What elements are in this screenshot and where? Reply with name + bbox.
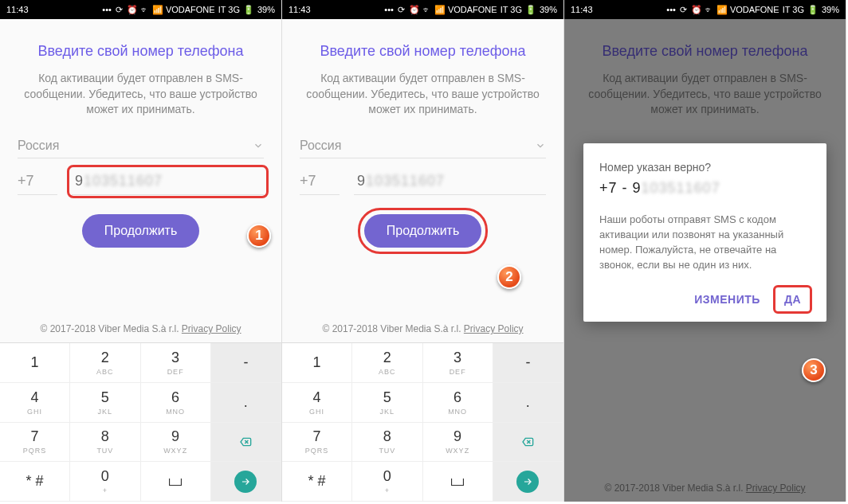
sync-icon: ⟳	[679, 5, 689, 14]
status-time: 11:43	[6, 5, 29, 14]
step-badge-3: 3	[802, 358, 826, 382]
keypad-key-⌴[interactable]: ⌴	[141, 462, 211, 502]
keypad-key--[interactable]: -	[211, 343, 281, 383]
status-network: IT 3G	[783, 5, 804, 14]
phone-number-input[interactable]: 9103511607	[354, 168, 546, 195]
privacy-policy-link[interactable]: Privacy Policy	[464, 323, 524, 334]
country-label: Россия	[300, 139, 341, 153]
signal-icon: 📶	[153, 5, 163, 14]
keypad-key-2[interactable]: 2ABC	[70, 343, 140, 383]
go-icon	[516, 471, 539, 493]
wifi-icon: ᯤ	[705, 5, 714, 14]
country-label: Россия	[18, 139, 59, 153]
content-area: Введите свой номер телефона Код активаци…	[0, 19, 281, 342]
screen-2: 11:43 ••• ⟳ ⏰ ᯤ 📶 VODAFONE IT 3G 🔋 39% В…	[282, 0, 564, 502]
keypad-key-* #[interactable]: * #	[0, 462, 70, 502]
battery-icon: 🔋	[525, 5, 536, 15]
keypad-key-.[interactable]: .	[493, 383, 563, 423]
keypad-key-6[interactable]: 6MNO	[423, 383, 493, 423]
status-bar: 11:43 ••• ⟳ ⏰ ᯤ 📶 VODAFONE IT 3G 🔋 39%	[564, 0, 846, 19]
keypad-key--[interactable]: -	[493, 343, 563, 383]
status-time: 11:43	[289, 5, 311, 14]
keypad-key-8[interactable]: 8TUV	[70, 423, 140, 463]
keypad-key-6[interactable]: 6MNO	[141, 383, 211, 423]
footer: © 2017-2018 Viber Media S.à r.l. Privacy…	[322, 312, 523, 342]
alarm-icon: ⏰	[128, 5, 137, 14]
keypad-key-⌴[interactable]: ⌴	[423, 462, 493, 502]
keypad-key-go[interactable]	[493, 462, 563, 502]
content-area: Введите свой номер телефона Код активаци…	[282, 19, 563, 342]
keypad-key-0[interactable]: 0+	[70, 462, 140, 502]
phone-prefix: +7	[300, 168, 340, 195]
sync-icon: ⟳	[397, 5, 406, 14]
alarm-icon: ⏰	[692, 5, 701, 14]
keypad-key-7[interactable]: 7PQRS	[282, 423, 352, 463]
backspace-icon	[519, 436, 536, 448]
country-selector[interactable]: Россия	[18, 134, 264, 158]
status-network: IT 3G	[218, 5, 240, 14]
privacy-policy-link[interactable]: Privacy Policy	[182, 323, 241, 334]
keypad-key-2[interactable]: 2ABC	[352, 343, 422, 383]
status-carrier: VODAFONE	[166, 5, 215, 14]
continue-button[interactable]: Продолжить	[364, 214, 481, 248]
sync-icon: ⟳	[115, 5, 124, 14]
phone-prefix: +7	[18, 168, 57, 195]
keypad-key-0[interactable]: 0+	[352, 462, 422, 502]
keypad-key-9[interactable]: 9WXYZ	[423, 423, 493, 463]
keypad-key-5[interactable]: 5JKL	[352, 383, 422, 423]
status-network: IT 3G	[501, 5, 522, 14]
go-icon	[234, 471, 257, 493]
page-title: Введите свой номер телефона	[37, 43, 243, 60]
wifi-icon: ᯤ	[422, 5, 432, 14]
keypad-key-3[interactable]: 3DEF	[423, 343, 493, 383]
keypad-key-7[interactable]: 7PQRS	[0, 423, 70, 463]
dialog-description: Наши роботы отправят SMS с кодом активац…	[599, 213, 811, 272]
phone-input-row: +7 9103511607	[300, 168, 546, 195]
screen-3: 11:43 ••• ⟳ ⏰ ᯤ 📶 VODAFONE IT 3G 🔋 39% В…	[564, 0, 846, 502]
dialog-change-button[interactable]: ИЗМЕНИТЬ	[685, 287, 770, 312]
numeric-keypad: 12ABC3DEF-4GHI5JKL6MNO.7PQRS8TUV9WXYZ* #…	[0, 342, 281, 502]
footer: © 2017-2018 Viber Media S.à r.l. Privacy…	[40, 312, 241, 342]
continue-button[interactable]: Продолжить	[82, 214, 199, 248]
status-dots: •••	[666, 5, 676, 14]
footer-copyright: © 2017-2018 Viber Media S.à r.l.	[40, 323, 181, 334]
status-time: 11:43	[571, 5, 593, 14]
chevron-down-icon	[535, 140, 546, 151]
keypad-key-3[interactable]: 3DEF	[141, 343, 211, 383]
step-badge-1: 1	[247, 224, 271, 248]
signal-icon: 📶	[435, 5, 445, 14]
keypad-key-1[interactable]: 1	[282, 343, 352, 383]
alarm-icon: ⏰	[410, 5, 419, 14]
country-selector[interactable]: Россия	[300, 134, 546, 158]
screen-1: 11:43 ••• ⟳ ⏰ ᯤ 📶 VODAFONE IT 3G 🔋 39% В…	[0, 0, 282, 502]
battery-icon: 🔋	[243, 5, 254, 15]
wifi-icon: ᯤ	[140, 5, 150, 14]
page-title: Введите свой номер телефона	[320, 43, 525, 60]
status-carrier: VODAFONE	[448, 5, 497, 14]
dialog-yes-button[interactable]: ДА	[775, 287, 811, 312]
status-dots: •••	[102, 5, 112, 14]
battery-icon: 🔋	[807, 5, 819, 15]
status-carrier: VODAFONE	[730, 5, 779, 14]
chevron-down-icon	[253, 140, 264, 151]
keypad-key-4[interactable]: 4GHI	[0, 383, 70, 423]
keypad-key-bs[interactable]	[211, 423, 281, 463]
keypad-key-1[interactable]: 1	[0, 343, 70, 383]
page-description: Код активации будет отправлен в SMS-сооб…	[300, 71, 546, 118]
keypad-key-5[interactable]: 5JKL	[70, 383, 140, 423]
step-badge-2: 2	[497, 265, 521, 289]
status-bar: 11:43 ••• ⟳ ⏰ ᯤ 📶 VODAFONE IT 3G 🔋 39%	[282, 0, 563, 19]
numeric-keypad: 12ABC3DEF-4GHI5JKL6MNO.7PQRS8TUV9WXYZ* #…	[282, 342, 563, 502]
keypad-key-bs[interactable]	[493, 423, 563, 463]
keypad-key-go[interactable]	[211, 462, 281, 502]
status-battery: 39%	[540, 5, 557, 14]
signal-icon: 📶	[717, 5, 727, 14]
status-bar: 11:43 ••• ⟳ ⏰ ᯤ 📶 VODAFONE IT 3G 🔋 39%	[0, 0, 281, 19]
dialog-number: +7 - 9103511607	[599, 180, 811, 197]
keypad-key-* #[interactable]: * #	[282, 462, 352, 502]
keypad-key-.[interactable]: .	[211, 383, 281, 423]
keypad-key-9[interactable]: 9WXYZ	[141, 423, 211, 463]
phone-number-input[interactable]: 9103511607	[72, 168, 264, 195]
keypad-key-8[interactable]: 8TUV	[352, 423, 422, 463]
keypad-key-4[interactable]: 4GHI	[282, 383, 352, 423]
